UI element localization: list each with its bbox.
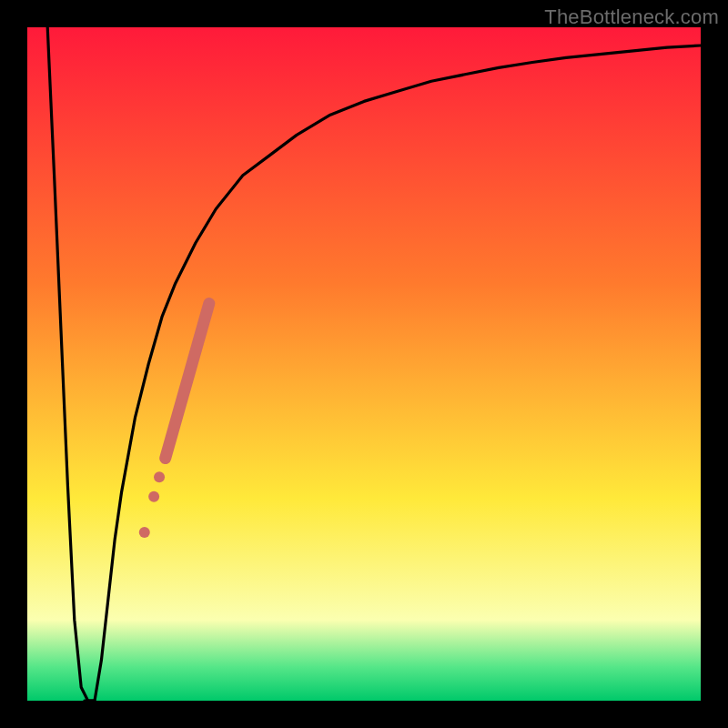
chart-frame: TheBottleneck.com [0,0,728,728]
bottleneck-chart [27,27,701,701]
watermark-text: TheBottleneck.com [544,5,719,29]
gradient-background [27,27,701,701]
marker-dot [148,491,159,502]
marker-dot [154,471,165,482]
marker-dot [139,527,150,538]
